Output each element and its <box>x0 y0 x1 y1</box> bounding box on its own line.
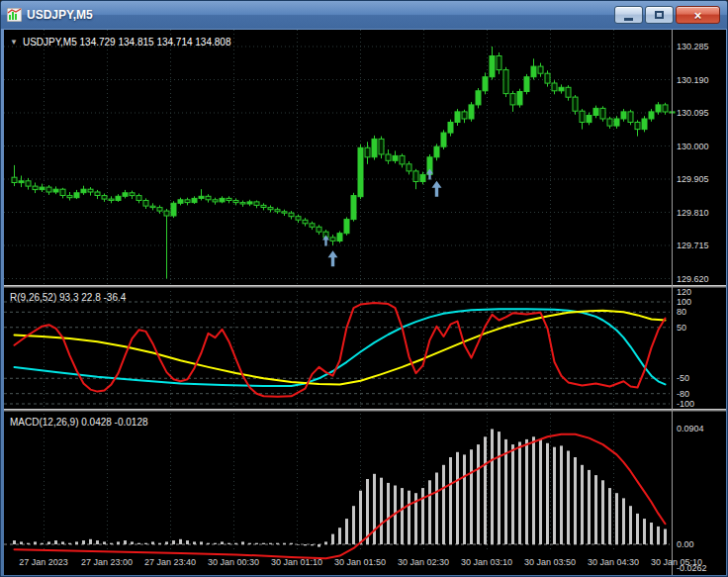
time-tick: 27 Jan 2023 <box>19 557 68 567</box>
scale-tick: 0.0904 <box>677 424 704 433</box>
scale-tick: 129.620 <box>677 274 709 284</box>
scale-tick: -100 <box>677 399 694 409</box>
scale-tick: 120 <box>677 287 691 297</box>
time-tick: 27 Jan 23:40 <box>144 557 196 567</box>
macd-label: MACD(12,26,9) 0.0428 -0.0128 <box>10 417 148 428</box>
chart-icon <box>7 8 22 22</box>
scale-tick: 100 <box>677 297 691 307</box>
minimize-icon <box>624 18 633 21</box>
window-controls: × <box>614 6 720 24</box>
time-tick: 30 Jan 02:30 <box>398 557 449 567</box>
scale-tick: -50 <box>677 373 689 383</box>
scale-tick: -80 <box>677 389 689 399</box>
scale-tick: 130.285 <box>677 42 709 51</box>
time-tick: 27 Jan 23:00 <box>81 557 133 567</box>
scale-tick: 130.095 <box>677 108 709 118</box>
price-scale[interactable]: 130.285130.190130.095130.000129.905129.8… <box>674 30 726 575</box>
scale-tick: 129.715 <box>677 240 709 250</box>
symbol-ohlc-text: USDJPY,M5 134.729 134.815 134.714 134.80… <box>23 37 231 48</box>
scale-tick: 130.000 <box>677 142 709 151</box>
time-tick: 30 Jan 01:10 <box>271 557 322 567</box>
scale-tick: 80 <box>677 307 686 317</box>
scale-tick: 50 <box>677 323 686 333</box>
time-tick: 30 Jan 00:30 <box>208 557 259 567</box>
restore-button[interactable] <box>645 6 674 24</box>
time-tick: 30 Jan 03:50 <box>524 557 576 567</box>
chart-area[interactable]: ▼ USDJPY,M5 134.729 134.815 134.714 134.… <box>4 30 726 575</box>
chart-window: USDJPY,M5 × ▼ USDJPY,M5 134.729 134.815 … <box>0 0 728 577</box>
titlebar[interactable]: USDJPY,M5 × <box>1 1 727 29</box>
close-button[interactable]: × <box>676 6 720 24</box>
scale-tick: 129.810 <box>677 208 709 218</box>
time-tick: 30 Jan 04:30 <box>588 557 639 567</box>
time-scale[interactable]: 27 Jan 202327 Jan 23:0027 Jan 23:4030 Ja… <box>4 551 726 575</box>
chevron-down-icon[interactable]: ▼ <box>10 37 18 48</box>
restore-icon <box>655 11 664 19</box>
minimize-button[interactable] <box>614 6 643 24</box>
close-icon: × <box>694 9 702 22</box>
scale-tick: 0.00 <box>677 539 694 549</box>
oscillator-label: R(9,26,52) 93.3 22.8 -36.4 <box>10 292 126 303</box>
time-tick: 30 Jan 05:10 <box>651 557 702 567</box>
time-tick: 30 Jan 03:10 <box>461 557 512 567</box>
window-title: USDJPY,M5 <box>27 8 93 22</box>
scale-tick: 129.905 <box>677 174 709 184</box>
time-tick: 30 Jan 01:50 <box>334 557 386 567</box>
scale-tick: 130.190 <box>677 75 709 85</box>
symbol-ohlc-overlay: ▼ USDJPY,M5 134.729 134.815 134.714 134.… <box>10 37 230 48</box>
